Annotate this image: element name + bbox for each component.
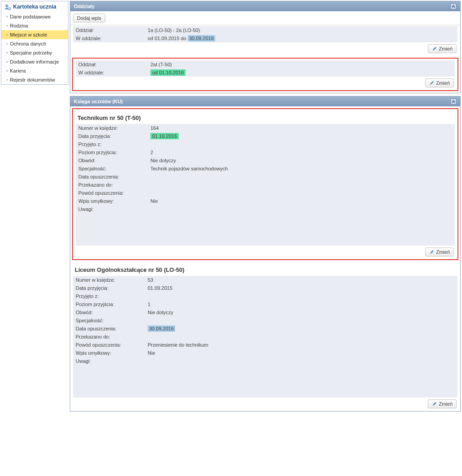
highlighted-date: 01.10.2016: [150, 133, 179, 139]
record-actions: Zmień: [76, 246, 455, 256]
field-value: [148, 181, 455, 189]
field-row: Uwagi:: [76, 205, 455, 246]
field-label: Powód opuszczenia:: [73, 341, 145, 349]
field-label: Powód opuszczenia:: [76, 189, 148, 197]
field-label: Data opuszczenia:: [76, 173, 148, 181]
field-value: 1a (LO-50) - 2a (LO-50): [145, 26, 457, 34]
field-value: Nie: [145, 349, 457, 357]
field-row: Data opuszczenia:: [76, 173, 455, 181]
sidebar-item-label: Ochrona danych: [10, 41, 46, 46]
field-value: [145, 357, 457, 398]
field-value: 164: [148, 124, 455, 132]
field-label: Przyjęto z:: [73, 292, 145, 300]
school-heading: Liceum Ogólnokształcące nr 50 (LO-50): [73, 263, 457, 276]
field-label: Oddział:: [73, 26, 145, 34]
edit-button[interactable]: Zmień: [428, 399, 457, 408]
pencil-icon: [432, 46, 437, 51]
sidebar-item-label: Rodzina: [10, 23, 28, 28]
field-value: [145, 333, 457, 341]
button-label: Zmień: [436, 80, 450, 86]
chevron-icon: »: [6, 78, 7, 82]
sidebar-item-kariera[interactable]: »Kariera: [1, 66, 68, 75]
field-label: Numer w księdze:: [76, 124, 148, 132]
record-actions: Zmień: [73, 42, 457, 53]
field-row: Numer w księdze:53: [73, 276, 457, 284]
add-entry-button[interactable]: Dodaj wpis: [73, 14, 105, 23]
field-value: od 01.09.2015 do 30.09.2016: [145, 34, 457, 42]
field-value: Nie: [148, 197, 455, 205]
field-label: Wpis omyłkowy:: [76, 197, 148, 205]
field-value: Technik pojazdów samochodowych: [148, 165, 455, 173]
sidebar-item-miejsce-w-szkole[interactable]: »Miejsce w szkole: [1, 30, 68, 39]
panel-title: Księga uczniów (KU): [74, 99, 123, 104]
oddzial-record-highlighted: Oddział: 2at (T-50) W oddziale: od 01.10…: [72, 58, 458, 91]
edit-button[interactable]: Zmień: [425, 247, 454, 256]
field-label: Poziom przyjścia:: [76, 148, 148, 156]
pencil-icon: [429, 249, 435, 255]
panel-header-oddzialy: Oddziały: [70, 1, 460, 11]
chevron-up-icon: [452, 100, 455, 103]
field-row: Przyjęto z:: [76, 140, 455, 148]
ku-school-highlighted: Technikum nr 50 (T-50) Numer w księdze:1…: [72, 108, 458, 260]
chevron-icon: »: [6, 69, 7, 73]
field-label: Obwód:: [76, 156, 148, 165]
field-row: Uwagi:: [73, 357, 457, 398]
sidebar-item-label: Dodatkowe informacje: [10, 59, 59, 64]
field-label: Obwód:: [73, 308, 145, 316]
field-label: W oddziale:: [76, 69, 148, 77]
text-prefix: od 01.09.2015 do: [148, 36, 188, 41]
toolbar-oddzialy: Dodaj wpis: [70, 11, 460, 25]
sidebar-item-dane-podstawowe[interactable]: »Dane podstawowe: [1, 12, 68, 21]
field-row: Przyjęto z:: [73, 292, 457, 300]
field-row: Powód opuszczenia:Przeniesienie do techn…: [73, 341, 457, 349]
sidebar-item-specjalne-potrzeby[interactable]: »Specjalne potrzeby: [1, 48, 68, 57]
button-label: Zmień: [436, 249, 450, 255]
field-label: Data opuszczenia:: [73, 325, 145, 333]
field-row: Specjalność:Technik pojazdów samochodowy…: [76, 165, 455, 173]
edit-button[interactable]: Zmień: [425, 78, 454, 87]
field-row: W oddziale: od 01.09.2015 do 30.09.2016: [73, 34, 457, 42]
field-value: 01.09.2015: [145, 284, 457, 292]
record-actions: Zmień: [76, 77, 455, 87]
sidebar-item-label: Kariera: [10, 68, 26, 73]
field-label: W oddziale:: [73, 34, 145, 42]
field-row: Poziom przyjścia:2: [76, 148, 455, 156]
field-row: Oddział: 1a (LO-50) - 2a (LO-50): [73, 26, 457, 34]
school-heading: Technikum nr 50 (T-50): [76, 111, 455, 124]
sidebar-header: i Kartoteka ucznia: [1, 1, 68, 12]
field-label: Przekazano do:: [76, 181, 148, 189]
panel-oddzialy: Oddziały Dodaj wpis Oddział: 1a (LO-50) …: [70, 1, 461, 93]
field-label: Oddział:: [76, 60, 148, 69]
field-row: Powód opuszczenia:: [76, 189, 455, 197]
collapse-button[interactable]: [450, 3, 457, 9]
chevron-icon: »: [6, 50, 7, 55]
chevron-icon: »: [6, 60, 7, 64]
field-value: 01.10.2016: [148, 132, 455, 140]
collapse-button[interactable]: [450, 98, 457, 105]
field-label: Specjalność:: [76, 165, 148, 173]
main-content: Oddziały Dodaj wpis Oddział: 1a (LO-50) …: [70, 0, 462, 418]
field-row: Przekazano do:: [73, 333, 457, 341]
field-value: 2: [148, 148, 455, 156]
highlighted-date: 30.09.2016: [148, 325, 175, 332]
sidebar-item-dodatkowe-informacje[interactable]: »Dodatkowe informacje: [1, 57, 68, 66]
sidebar-title: Kartoteka ucznia: [13, 4, 56, 10]
user-card-icon: i: [4, 3, 11, 10]
field-row: W oddziale: od 01.10.2016: [76, 69, 455, 77]
field-label: Data przyjęcia:: [76, 132, 148, 140]
sidebar-item-label: Specjalne potrzeby: [10, 50, 52, 55]
field-label: Poziom przyjścia:: [73, 300, 145, 308]
sidebar: i Kartoteka ucznia »Dane podstawowe »Rod…: [1, 1, 68, 85]
field-value: od 01.10.2016: [148, 69, 455, 77]
sidebar-item-label: Dane podstawowe: [10, 14, 51, 19]
sidebar-item-rejestr-dokumentow[interactable]: »Rejestr dokumentów: [1, 75, 68, 84]
chevron-icon: »: [6, 32, 7, 37]
field-row: Wpis omyłkowy:Nie: [76, 197, 455, 205]
field-value: 2at (T-50): [148, 60, 455, 69]
sidebar-item-ochrona-danych[interactable]: »Ochrona danych: [1, 39, 68, 48]
svg-point-0: [5, 5, 8, 7]
field-value: Nie dotyczy: [148, 156, 455, 165]
sidebar-item-rodzina[interactable]: »Rodzina: [1, 21, 68, 30]
field-label: Data przyjęcia:: [73, 284, 145, 292]
edit-button[interactable]: Zmień: [428, 44, 457, 53]
